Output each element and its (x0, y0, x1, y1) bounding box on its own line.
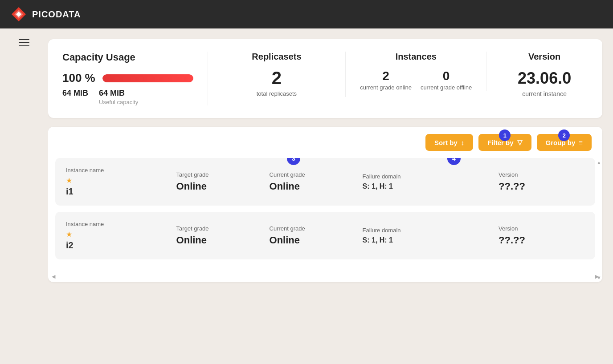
instance-name-col: Instance name ★ i2 (66, 221, 169, 251)
current-grade-col: Current grade Online (270, 225, 356, 246)
capacity-percent: 100 % (62, 71, 95, 85)
target-grade-col: Target grade Online (176, 225, 262, 246)
version-col: Version ??.?? (499, 171, 584, 192)
instances-panel: Sort by ↕ 1 Filter by ▽ 2 Group by ≡ (48, 127, 602, 282)
capacity-useful: 64 MiB (99, 89, 138, 98)
target-grade-label: Target grade (176, 171, 262, 178)
star-icon: ★ (66, 230, 169, 239)
capacity-useful-label: Useful capacity (99, 99, 138, 105)
sidebar (0, 28, 48, 364)
failure-domain-value: S: 1, H: 1 (363, 236, 491, 244)
current-grade-value: Online (270, 181, 356, 192)
group-badge: 2 (558, 129, 570, 141)
version-col-label: Version (499, 225, 584, 232)
instance-name-value: i1 (66, 186, 169, 197)
capacity-progress-bar (102, 74, 193, 82)
instances-list: 3 4 Instance name ★ i1 Target grade Onli… (48, 158, 602, 273)
version-label: current instance (501, 90, 588, 97)
star-icon: ★ (66, 176, 169, 185)
menu-icon[interactable] (19, 39, 29, 46)
filter-label: Filter by (487, 139, 513, 146)
capacity-section: Capacity Usage 100 % 64 MiB 64 MiB Usefu… (62, 52, 208, 105)
version-section: Version 23.06.0 current instance (486, 52, 588, 97)
version-number: 23.06.0 (501, 69, 588, 88)
badge-3: 3 (287, 158, 300, 165)
group-by-button[interactable]: 2 Group by ≡ (537, 134, 592, 151)
table-row: 3 4 Instance name ★ i1 Target grade Onli… (55, 158, 595, 206)
instance-name-label: Instance name (66, 221, 169, 227)
group-icon: ≡ (579, 139, 583, 146)
filter-icon: ▽ (517, 138, 523, 146)
navbar: PICODATA (0, 0, 613, 28)
scroll-left-arrow[interactable]: ◀ (52, 274, 55, 279)
replicasets-title: Replicasets (222, 52, 331, 62)
version-title: Version (501, 52, 588, 62)
filter-by-button[interactable]: 1 Filter by ▽ (478, 134, 531, 151)
logo-icon (11, 6, 27, 22)
instances-section: Instances 2 current grade online 0 curre… (346, 52, 486, 91)
version-col-label: Version (499, 171, 584, 178)
current-grade-value: Online (270, 235, 356, 246)
target-grade-label: Target grade (176, 225, 262, 232)
badge-4: 4 (447, 158, 461, 165)
capacity-progress-fill (102, 74, 193, 82)
current-grade-label: Current grade (270, 171, 356, 178)
version-col-value: ??.?? (499, 235, 584, 246)
replicasets-section: Replicasets 2 total replicasets (208, 52, 346, 97)
instance-name-value: i2 (66, 240, 169, 251)
failure-domain-value: S: 1, H: 1 (363, 182, 491, 190)
filter-badge: 1 (499, 129, 511, 141)
current-grade-label: Current grade (270, 225, 356, 232)
sort-label: Sort by (434, 139, 458, 146)
stats-card: Capacity Usage 100 % 64 MiB 64 MiB Usefu… (48, 39, 602, 118)
capacity-title: Capacity Usage (62, 52, 193, 63)
failure-domain-col: Failure domain S: 1, H: 1 (363, 227, 491, 244)
replicasets-label: total replicasets (222, 90, 331, 97)
version-col: Version ??.?? (499, 225, 584, 246)
instance-name-label: Instance name (66, 167, 169, 174)
target-grade-value: Online (176, 235, 262, 246)
scroll-down-arrow[interactable]: ▼ (597, 275, 601, 280)
scroll-up-arrow[interactable]: ▲ (597, 160, 601, 165)
replicasets-count: 2 (222, 69, 331, 87)
instances-online-count: 2 (360, 69, 412, 83)
instances-offline-label: current grade offline (421, 84, 472, 91)
sort-by-button[interactable]: Sort by ↕ (425, 134, 473, 151)
sort-icon: ↕ (461, 139, 465, 146)
current-grade-col: Current grade Online (270, 171, 356, 192)
failure-domain-col: Failure domain S: 1, H: 1 (363, 173, 491, 190)
instance-name-col: Instance name ★ i1 (66, 167, 169, 197)
instances-online-label: current grade online (360, 84, 412, 91)
page-layout: Capacity Usage 100 % 64 MiB 64 MiB Usefu… (0, 28, 613, 364)
version-col-value: ??.?? (499, 181, 584, 192)
table-row: Instance name ★ i2 Target grade Online C… (55, 212, 595, 259)
target-grade-col: Target grade Online (176, 171, 262, 192)
toolbar: Sort by ↕ 1 Filter by ▽ 2 Group by ≡ (48, 127, 602, 158)
main-content: Capacity Usage 100 % 64 MiB 64 MiB Usefu… (48, 28, 613, 364)
failure-domain-label: Failure domain (363, 173, 491, 180)
failure-domain-label: Failure domain (363, 227, 491, 234)
capacity-used: 64 MiB (62, 89, 88, 98)
instances-offline-count: 0 (421, 69, 472, 83)
target-grade-value: Online (176, 181, 262, 192)
brand-name: PICODATA (32, 9, 81, 20)
instances-title: Instances (360, 52, 472, 62)
